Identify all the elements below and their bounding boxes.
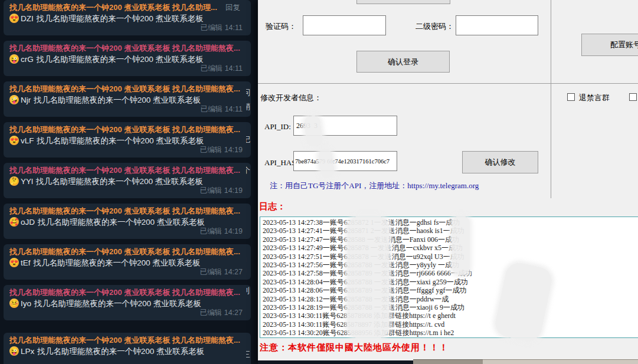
vertical-divider	[551, 0, 551, 198]
clipped-message-column: 问销记个」」」刂三	[246, 0, 258, 364]
captcha-label: 验证码：	[266, 21, 296, 32]
unban-group-checkbox[interactable]	[567, 93, 575, 101]
api-registration-note: 注：用自己TG号注册个API，注册地址：https://my.telegram.…	[270, 181, 479, 191]
chat-title: 找几名助理能熬夜的来一个钟200 煮业联系老板 找几名助理能熬夜...	[9, 335, 245, 345]
log-line: 2023-05-13 14:28:12一账号62858788 一发送消息一pdd…	[263, 295, 638, 303]
chat-title: 找几名助理能熬夜的来一个钟200 煮业联系老板 找几名助理能熬夜...	[9, 124, 245, 135]
emoji-avatar-icon: 😜	[9, 54, 19, 64]
message-preview: 找几名助理能熬夜的来一个钟200 煮业联系老板	[38, 218, 205, 227]
chat-list-item[interactable]: 找几名助理能熬夜的来一个钟200 煮业联系老板 找几名助理... 回复 😍DZI…	[4, 0, 251, 35]
unban-group-label: 退禁言群	[579, 93, 610, 103]
emoji-avatar-icon: 😍	[9, 14, 19, 23]
sender-name: Njr	[21, 96, 31, 104]
emoji-avatar-icon: 😍	[9, 136, 19, 145]
chat-list-item[interactable]: 找几名助理能熬夜的来一个钟200 煮业联系老板 找几名助理能熬夜... 🤒Iyo…	[4, 285, 251, 320]
configure-account-button[interactable]: 配置账号信息	[581, 34, 638, 56]
emoji-avatar-icon: 🤔	[9, 176, 19, 186]
log-line: 2023-05-13 14:27:47一账号628588 一发送消息一Fanxi…	[263, 235, 638, 244]
chat-title: 找几名助理能熬夜的来一个钟200 煮业联系老板 找几名助理能熬夜...	[9, 287, 245, 297]
edited-timestamp: 已编辑 14:11	[201, 23, 243, 33]
api-id-label: API_ID:	[264, 122, 291, 132]
clipped-glyph: 」	[246, 254, 250, 264]
log-line: 2023-05-13 14:30:11账号6285878908 添加群链接htt…	[263, 311, 638, 320]
confirm-login-button[interactable]: 确认登录	[356, 51, 450, 73]
log-line: 2023-05-13 14:30:20账号6285888956 添加群链接htt…	[263, 329, 638, 337]
message-preview: 找几名助理能熬夜的来一个钟200 煮业联系老板	[34, 299, 201, 308]
message-preview: 找几名助理能熬夜的来一个钟200 煮业联系老板	[34, 258, 201, 267]
log-line: 2023-05-13 14:27:51一账号6285878 一发送消息一u92x…	[263, 252, 638, 261]
chat-title: 找几名助理能熬夜的来一个钟200 煮业联系老板 找几名助理能熬夜...	[9, 247, 245, 257]
chat-list-item[interactable]: 找几名助理能熬夜的来一个钟200 煮业联系老板 找几名助理能熬夜... 🤪Njr…	[4, 81, 251, 117]
log-line: 2023-05-13 14:27:41一账号6285871 2一发送消息一hao…	[263, 227, 638, 235]
chat-list-panel: 找几名助理能熬夜的来一个钟200 煮业联系老板 找几名助理... 回复 😍DZI…	[0, 0, 258, 364]
bottom-edge-mid	[413, 359, 483, 364]
emoji-avatar-icon: 🥰	[9, 217, 19, 227]
log-line: 2023-05-13 14:30:11账号6285878897 添加群链接htt…	[263, 320, 638, 329]
reply-label[interactable]: 回复	[225, 3, 240, 13]
log-section-label: 日志：	[259, 201, 286, 212]
edited-timestamp: 已编辑 14:19	[200, 145, 243, 155]
chat-title: 找几名助理能熬夜的来一个钟200 煮业联系老板 找几名助理能熬夜...	[9, 165, 245, 175]
edited-timestamp: 已编辑 14:11	[201, 64, 243, 74]
chat-title: 找几名助理能熬夜的来一个钟200 煮业联系老板 找几名助理能熬夜...	[9, 43, 245, 53]
top-clipped-button[interactable]	[356, 0, 450, 4]
emoji-avatar-icon: 😜	[9, 346, 19, 356]
region-warning-text: 注意：本软件僅限中國大陸地區外使用！！！	[260, 342, 449, 353]
message-preview: 找几名助理能熬夜的来一个钟200 煮业联系老板	[37, 136, 204, 145]
clipped-glyph: 刂	[246, 286, 250, 296]
bottom-edge-light	[483, 359, 638, 364]
chat-list-item[interactable]: 找几名助理能熬夜的来一个钟200 煮业联系老板 找几名助理能熬夜... 😍tEf…	[4, 244, 251, 280]
horizontal-divider	[258, 83, 638, 84]
edited-timestamp: 已编辑 14:19	[200, 186, 243, 196]
chat-title: 找几名助理能熬夜的来一个钟200 煮业联系老板 找几名助理能熬夜...	[9, 84, 245, 94]
sender-name: LPx	[21, 347, 34, 356]
sender-name: crG	[21, 55, 34, 64]
bottom-edge-dark	[258, 360, 413, 364]
clipped-glyph: 个	[246, 165, 250, 176]
blur-smudge-log-names	[452, 216, 470, 275]
sender-name: DZI	[21, 14, 34, 23]
log-line: 2023-05-13 14:27:49一账号6285878 一发送消息一cxkb…	[263, 244, 638, 252]
modify-developer-info-label: 修改开发者信息：	[260, 93, 322, 103]
sender-name: vLF	[21, 136, 34, 145]
chat-list-item[interactable]: 找几名助理能熬夜的来一个钟200 煮业联系老板 找几名助理能熬夜... 😜crG…	[4, 41, 251, 76]
clipped-glyph: 」	[246, 264, 250, 275]
secondary-password-label: 二级密码：	[415, 21, 454, 32]
clipped-glyph: 销	[246, 101, 250, 112]
tool-window: 验证码： 二级密码： 确认登录 配置账号信息 修改开发者信息： API_ID: …	[258, 0, 638, 364]
sender-name: Iyo	[21, 299, 31, 308]
message-preview: 找几名助理能熬夜的来一个钟200 煮业联系老板	[37, 14, 204, 23]
confirm-modify-button[interactable]: 确认修改	[462, 151, 538, 173]
chat-title: 找几名助理能熬夜的来一个钟200 煮业联系老板 找几名助理...	[9, 2, 245, 12]
edited-timestamp: 已编辑 14:27	[200, 267, 243, 277]
log-line: 2023-05-13 14:27:38一账号6285872 1一发送消息一gdh…	[263, 218, 638, 227]
chat-list-item[interactable]: 找几名助理能熬夜的来一个钟200 煮业联系老板 找几名助理能熬夜... 🥰oJD…	[4, 204, 251, 239]
edited-timestamp: 已编辑 14:27	[200, 308, 243, 318]
screen: 找几名助理能熬夜的来一个钟200 煮业联系老板 找几名助理... 回复 😍DZI…	[0, 0, 638, 364]
chat-list-item[interactable]: 找几名助理能熬夜的来一个钟200 煮业联系老板 找几名助理能熬夜... 😍vLF…	[4, 122, 251, 158]
message-preview: 找几名助理能熬夜的来一个钟200 煮业联系老板	[36, 177, 203, 186]
message-preview: 找几名助理能熬夜的来一个钟200 煮业联系老板	[34, 96, 201, 104]
log-line: 2023-05-13 14:28:04一账号62858788 一发送消息一xia…	[263, 278, 638, 286]
emoji-avatar-icon: 😍	[9, 258, 19, 267]
chat-list-item[interactable]: 找几名助理能熬夜的来一个钟200 煮业联系老板 找几名助理能熬夜... 🤔YYl…	[4, 163, 251, 198]
log-line: 2023-05-13 14:27:58一账号62858789 一发送消息一rj6…	[263, 269, 638, 277]
clipped-glyph: 记	[246, 135, 250, 145]
log-output-box[interactable]: 2023-05-13 14:27:38一账号6285872 1一发送消息一gdh…	[260, 217, 638, 338]
sender-name: oJD	[21, 218, 35, 227]
chat-last-message: 😜LPx找几名助理能熬夜的来一个钟200 煮业联系老板	[9, 346, 245, 357]
captcha-input[interactable]	[303, 15, 386, 35]
emoji-avatar-icon: 🤒	[9, 299, 19, 308]
clipped-checkbox[interactable]	[629, 93, 637, 101]
message-preview: 找几名助理能熬夜的来一个钟200 煮业联系老板	[37, 55, 204, 64]
log-line: 2023-05-13 14:27:56一账号62858788 一发送消息一y8y…	[263, 261, 638, 269]
secondary-password-input[interactable]	[456, 15, 538, 35]
emoji-avatar-icon: 🤪	[9, 95, 19, 104]
edited-timestamp: 已编辑 14:11	[201, 104, 243, 114]
chat-list-item[interactable]: 找几名助理能熬夜的来一个钟200 煮业联系老板 找几名助理能熬夜... 😜LPx…	[4, 333, 251, 364]
sender-name: YYl	[21, 177, 33, 186]
api-hash-input[interactable]	[293, 151, 397, 171]
chat-title: 找几名助理能熬夜的来一个钟200 煮业联系老板 找几名助理能熬夜...	[9, 206, 245, 216]
log-line: 2023-05-13 14:28:19一账号62858788 一发送消息一xia…	[263, 303, 638, 311]
edited-timestamp: 已编辑 14:19	[200, 227, 243, 237]
